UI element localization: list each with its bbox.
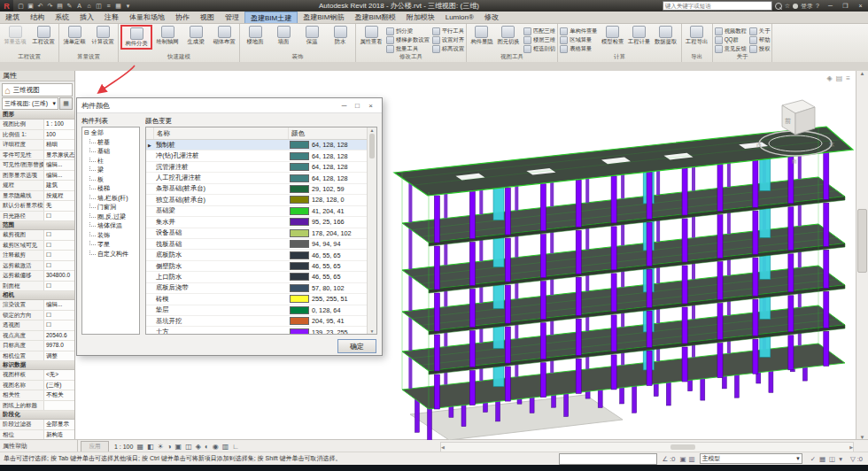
color-table-row[interactable]: 砖模 255, 255, 51 (146, 294, 367, 305)
user-avatar-icon[interactable] (793, 4, 798, 9)
close-button[interactable]: × (853, 0, 868, 12)
temporary-hide-isolate-icon[interactable]: ◐ (205, 443, 209, 451)
ribbon-button[interactable]: 计算设置 (89, 25, 116, 45)
color-swatch[interactable] (290, 196, 309, 204)
edit-type-button[interactable]: ▦ (59, 97, 73, 110)
ribbon-button[interactable]: 拆分梁 (386, 27, 430, 35)
worksharing-display-icon[interactable]: ◫ (829, 455, 835, 463)
ribbon-tab[interactable]: 注释 (99, 12, 124, 23)
ribbon-tab[interactable]: 附加模块 (401, 12, 440, 23)
property-row[interactable]: 剖面框☐ (0, 282, 74, 292)
modify-icon[interactable]: ✎ (66, 2, 74, 10)
color-swatch[interactable] (290, 152, 309, 160)
minimize-button[interactable]: ─ (823, 0, 838, 12)
property-row[interactable]: 日光路径☐ (0, 212, 74, 222)
property-row[interactable]: 图形显示选项编辑... (0, 171, 74, 181)
shadows-icon[interactable]: ◑ (167, 443, 172, 451)
star-icon[interactable]: ☆ (785, 3, 790, 10)
login-link[interactable]: 登录 (801, 2, 813, 11)
tree-item[interactable]: 柱 (84, 157, 139, 166)
print-icon[interactable]: ▤ (56, 2, 64, 10)
viewcube[interactable]: 前 南 东 西 (755, 90, 836, 166)
ok-button[interactable]: 确定 (337, 339, 376, 353)
color-swatch[interactable] (290, 218, 309, 226)
properties-help-link[interactable]: 属性帮助 (3, 442, 27, 451)
design-options-icon[interactable]: ▦ (819, 455, 825, 463)
tree-item[interactable]: 圈,反,过梁 (84, 212, 139, 222)
color-table-row[interactable]: 集水井 95, 25, 166 (146, 217, 367, 228)
ribbon-button[interactable]: 构件分类 (120, 25, 152, 50)
apply-button[interactable]: 应用 (81, 441, 109, 452)
scrollbar-thumb[interactable] (857, 209, 867, 273)
property-row[interactable]: 视图样板<无> (0, 370, 74, 381)
sun-path-icon[interactable]: ☀ (158, 443, 164, 451)
color-table-row[interactable]: 底板后浇带 57, 80, 102 (146, 283, 367, 294)
ribbon-button[interactable]: 意见反馈 (715, 44, 747, 53)
section-header-graphics[interactable]: 图形 (0, 111, 74, 120)
workset-input[interactable] (559, 453, 657, 465)
ribbon-button[interactable]: 楼层三维 (523, 35, 555, 44)
scroll-down-icon[interactable]: ▼ (370, 328, 375, 334)
temporary-view-properties-icon[interactable]: ▥ (222, 443, 229, 451)
property-row[interactable]: 可见性/图形替换编辑... (0, 160, 74, 171)
property-row[interactable]: 视图名称(三维) (0, 381, 74, 391)
color-swatch[interactable] (290, 295, 309, 303)
ribbon-button[interactable]: 砌体布置 (211, 25, 237, 45)
ribbon-button[interactable]: 模型检查 (600, 25, 626, 45)
ribbon-button[interactable]: 设置对齐 (432, 35, 464, 44)
color-table-row[interactable]: 人工挖孔灌注桩 64, 128, 128 (146, 173, 367, 183)
color-swatch[interactable] (290, 317, 309, 325)
ribbon-button[interactable]: 工程导出 (684, 25, 710, 45)
ribbon-button[interactable]: 清单定额 (61, 25, 88, 45)
ribbon-button[interactable]: 平行工具 (432, 27, 464, 35)
property-row[interactable]: 规程建筑 (0, 181, 74, 191)
ribbon-tab[interactable]: Lumion® (440, 12, 479, 23)
ribbon-button[interactable]: 区域算量 (560, 35, 597, 44)
property-row[interactable]: 远剪裁激活☐ (0, 261, 74, 272)
crop-view-icon[interactable]: ◫ (185, 443, 192, 451)
ribbon-button[interactable]: 匹配三维 (523, 27, 555, 35)
tree-item[interactable]: 墙,栏板(杆) (84, 194, 139, 204)
ribbon-tab[interactable]: 系统 (50, 12, 74, 23)
ribbon-button[interactable]: 构件显隐 (469, 25, 495, 45)
color-swatch[interactable] (290, 141, 309, 149)
ribbon-button[interactable]: QQ群 (715, 35, 747, 44)
property-row[interactable]: 注释裁剪☐ (0, 251, 74, 261)
scroll-up-icon[interactable]: ▲ (370, 127, 375, 133)
tree-item[interactable]: 桩基 (84, 138, 139, 148)
compass-south-label[interactable]: 南 (792, 158, 797, 164)
table-scrollbar[interactable]: ▲ ▼ (367, 127, 376, 334)
ribbon-button[interactable]: 工程计量 (626, 25, 653, 45)
tree-item[interactable]: 楼梯 (84, 184, 139, 194)
color-table-row[interactable]: 土方 139, 23, 255 (146, 327, 367, 334)
tree-item[interactable]: 梁 (84, 166, 139, 175)
property-row[interactable]: 显示隐藏线按规程 (0, 191, 74, 202)
ribbon-tab[interactable]: 盈建BIM土建 (244, 12, 298, 23)
save-icon[interactable]: ▣ (27, 2, 35, 10)
selection-filter-count[interactable]: ▽ :0 (850, 455, 868, 463)
property-row[interactable]: 阶段过滤器全部显示 (0, 420, 74, 430)
text-icon[interactable]: A (75, 2, 83, 10)
tree-root[interactable]: ⊟ 全部 (84, 128, 139, 138)
dialog-close-button[interactable]: × (364, 102, 377, 110)
color-table-row[interactable]: ▶ 预制桩 64, 128, 128 (146, 140, 367, 151)
ribbon-button[interactable]: 绘制轴网 (154, 25, 181, 45)
ribbon-button[interactable]: 表格算量 (560, 44, 597, 53)
select-toggle-icon[interactable]: ▾ (839, 455, 842, 463)
color-table-row[interactable]: 底板防水 46, 55, 65 (146, 250, 367, 260)
tree-item[interactable]: 自定义构件 (84, 250, 139, 259)
undo-icon[interactable]: ↶ (36, 2, 44, 10)
ribbon-tab[interactable]: 建筑 (0, 12, 25, 23)
color-swatch[interactable] (290, 229, 309, 237)
ribbon-tab[interactable]: 管理 (220, 12, 244, 23)
color-swatch[interactable] (290, 328, 309, 334)
tree-item[interactable]: 板 (84, 175, 139, 185)
open-icon[interactable]: ▢ (17, 2, 25, 10)
active-design-option-select[interactable]: 主模型▾ (700, 453, 802, 464)
property-row[interactable]: 零件可见性显示原状态 (0, 151, 74, 161)
type-selector[interactable]: 三维视图: (三维)▾ (2, 97, 58, 110)
ribbon-button[interactable]: 视频教程 (715, 27, 747, 35)
redo-icon[interactable]: ↷ (46, 2, 54, 10)
property-row[interactable]: 相关性不相关 (0, 390, 74, 401)
color-table-row[interactable]: 设备基础 178, 204, 102 (146, 228, 367, 239)
